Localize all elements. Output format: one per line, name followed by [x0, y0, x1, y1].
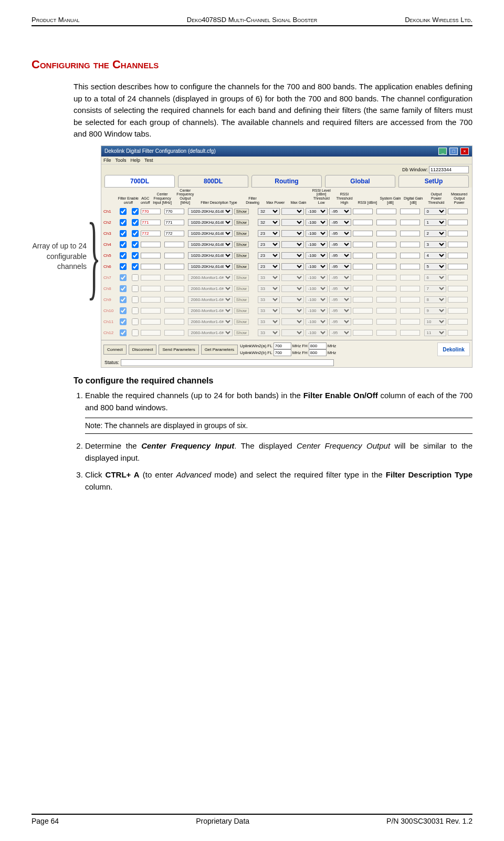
cfi-input[interactable]	[141, 231, 161, 236]
rssi-low-select[interactable]: -100	[306, 252, 328, 259]
rssi-low-select[interactable]: -100	[306, 318, 328, 325]
filter-type-select[interactable]: 1020-20KHz,61dB,96.1us	[188, 252, 232, 259]
filter-type-select[interactable]: 2060-Monitor1-6KHz,80dB	[188, 329, 232, 336]
maxpower-select[interactable]: 33	[258, 329, 280, 336]
agc-checkbox[interactable]	[132, 230, 139, 237]
tab-700dl[interactable]: 700DL	[104, 175, 175, 188]
maxpower-select[interactable]: 33	[258, 296, 280, 303]
enable-checkbox[interactable]	[120, 285, 127, 292]
agc-checkbox[interactable]	[132, 208, 139, 215]
rssi-high-select[interactable]: -95	[329, 219, 351, 226]
rssi-low-select[interactable]: -100	[306, 263, 328, 270]
menu-help[interactable]: Help	[131, 158, 141, 163]
enable-checkbox[interactable]	[120, 230, 127, 237]
agc-checkbox[interactable]	[132, 263, 139, 270]
freq-2b[interactable]	[309, 349, 327, 356]
rssi-low-select[interactable]: -100	[306, 285, 328, 292]
enable-checkbox[interactable]	[120, 219, 127, 226]
filter-type-select[interactable]: 2060-Monitor1-6KHz,80dB	[188, 274, 232, 281]
rssi-low-select[interactable]: -100	[306, 274, 328, 281]
rssi-low-select[interactable]: -100	[306, 329, 328, 336]
enable-checkbox[interactable]	[120, 296, 127, 303]
maxgain-select[interactable]	[281, 307, 303, 314]
tab-routing[interactable]: Routing	[251, 175, 322, 188]
rssi-low-select[interactable]: -100	[306, 219, 328, 226]
tab-800dl[interactable]: 800DL	[178, 175, 248, 188]
opt-select[interactable]: 8	[424, 296, 446, 303]
maxpower-select[interactable]: 32	[258, 208, 280, 215]
show-button[interactable]: Show	[234, 330, 249, 336]
rssi-low-select[interactable]: -100	[306, 230, 328, 237]
show-button[interactable]: Show	[234, 209, 249, 214]
agc-checkbox[interactable]	[132, 219, 139, 226]
maxpower-select[interactable]: 23	[258, 230, 280, 237]
maxpower-select[interactable]: 23	[258, 252, 280, 259]
close-icon[interactable]: ×	[460, 148, 469, 155]
rssi-high-select[interactable]: -95	[329, 318, 351, 325]
opt-select[interactable]: 3	[424, 241, 446, 248]
opt-select[interactable]: 9	[424, 307, 446, 314]
maxpower-select[interactable]: 33	[258, 307, 280, 314]
cfi-input[interactable]	[141, 319, 161, 325]
filter-type-select[interactable]: 1020-20KHz,61dB,96.1us	[188, 241, 232, 248]
cfi-input[interactable]	[141, 209, 161, 214]
db-value[interactable]	[429, 166, 469, 173]
maxgain-select[interactable]	[281, 296, 303, 303]
minimize-icon[interactable]: _	[438, 148, 447, 155]
agc-checkbox[interactable]	[132, 285, 139, 292]
show-button[interactable]: Show	[234, 319, 249, 325]
rssi-low-select[interactable]: -100	[306, 296, 328, 303]
rssi-high-select[interactable]: -95	[329, 263, 351, 270]
maxpower-select[interactable]: 33	[258, 274, 280, 281]
freq-1b[interactable]	[309, 342, 327, 349]
rssi-high-select[interactable]: -95	[329, 252, 351, 259]
show-button[interactable]: Show	[234, 308, 249, 314]
agc-checkbox[interactable]	[132, 329, 139, 336]
menu-test[interactable]: Test	[144, 158, 153, 163]
enable-checkbox[interactable]	[120, 241, 127, 248]
connect-button[interactable]: Connect	[103, 345, 127, 355]
rssi-low-select[interactable]: -100	[306, 208, 328, 215]
maxgain-select[interactable]	[281, 263, 303, 270]
opt-select[interactable]: 4	[424, 252, 446, 259]
rssi-high-select[interactable]: -95	[329, 329, 351, 336]
freq-1a[interactable]	[274, 342, 291, 349]
cfi-input[interactable]	[141, 330, 161, 336]
opt-select[interactable]: 0	[424, 208, 446, 215]
cfi-input[interactable]	[141, 253, 161, 258]
show-button[interactable]: Show	[234, 286, 249, 292]
opt-select[interactable]: 7	[424, 285, 446, 292]
cfi-input[interactable]	[141, 308, 161, 314]
show-button[interactable]: Show	[234, 220, 249, 225]
show-button[interactable]: Show	[234, 264, 249, 269]
rssi-high-select[interactable]: -95	[329, 274, 351, 281]
enable-checkbox[interactable]	[120, 318, 127, 325]
filter-type-select[interactable]: 1020-20KHz,61dB,96.1us	[188, 219, 232, 226]
maximize-icon[interactable]: □	[449, 148, 458, 155]
opt-select[interactable]: 10	[424, 318, 446, 325]
maxgain-select[interactable]	[281, 208, 303, 215]
rssi-high-select[interactable]: -95	[329, 307, 351, 314]
show-button[interactable]: Show	[234, 275, 249, 281]
cfi-input[interactable]	[141, 264, 161, 269]
maxpower-select[interactable]: 33	[258, 285, 280, 292]
enable-checkbox[interactable]	[120, 208, 127, 215]
enable-checkbox[interactable]	[120, 307, 127, 314]
rssi-high-select[interactable]: -95	[329, 230, 351, 237]
maxgain-select[interactable]	[281, 274, 303, 281]
agc-checkbox[interactable]	[132, 252, 139, 259]
get-parameters-button[interactable]: Get Parameters	[201, 345, 238, 355]
menu-file[interactable]: File	[103, 158, 111, 163]
rssi-low-select[interactable]: -100	[306, 307, 328, 314]
freq-2a[interactable]	[274, 349, 291, 356]
tab-setup[interactable]: SetUp	[398, 175, 469, 188]
maxpower-select[interactable]: 33	[258, 318, 280, 325]
send-parameters-button[interactable]: Send Parameters	[159, 345, 198, 355]
rssi-high-select[interactable]: -95	[329, 285, 351, 292]
show-button[interactable]: Show	[234, 231, 249, 236]
cfi-input[interactable]	[141, 220, 161, 225]
cfi-input[interactable]	[141, 286, 161, 292]
opt-select[interactable]: 1	[424, 219, 446, 226]
maxgain-select[interactable]	[281, 230, 303, 237]
filter-type-select[interactable]: 2060-Monitor1-6KHz,80dB	[188, 296, 232, 303]
